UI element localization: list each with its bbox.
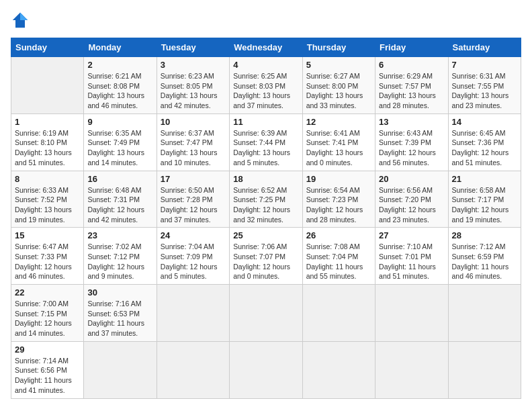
- calendar-cell: 24Sunrise: 7:04 AMSunset: 7:09 PMDayligh…: [157, 228, 229, 285]
- calendar-cell: 12Sunrise: 6:41 AMSunset: 7:41 PMDayligh…: [302, 113, 375, 171]
- header-day-saturday: Saturday: [448, 38, 521, 57]
- calendar-cell: 27Sunrise: 7:10 AMSunset: 7:01 PMDayligh…: [375, 228, 448, 285]
- day-number: 16: [87, 174, 152, 184]
- cell-info: Sunrise: 7:08 AMSunset: 7:04 PMDaylight:…: [306, 242, 363, 280]
- calendar-cell: 2Sunrise: 6:21 AMSunset: 8:08 PMDaylight…: [84, 57, 157, 114]
- svg-marker-1: [20, 13, 28, 20]
- day-number: 19: [306, 174, 371, 184]
- cell-info: Sunrise: 6:33 AMSunset: 7:52 PMDaylight:…: [15, 186, 72, 224]
- day-number: 27: [379, 230, 444, 240]
- cell-info: Sunrise: 6:41 AMSunset: 7:41 PMDaylight:…: [306, 129, 363, 167]
- cell-info: Sunrise: 6:37 AMSunset: 7:47 PMDaylight:…: [161, 129, 218, 167]
- day-number: 2: [87, 60, 152, 70]
- cell-info: Sunrise: 6:23 AMSunset: 8:05 PMDaylight:…: [161, 72, 218, 109]
- day-number: 4: [233, 60, 298, 70]
- calendar-week-row: 15Sunrise: 6:47 AMSunset: 7:33 PMDayligh…: [11, 228, 521, 285]
- calendar-cell: 13Sunrise: 6:43 AMSunset: 7:39 PMDayligh…: [375, 113, 448, 171]
- day-number: 26: [306, 230, 371, 240]
- calendar-cell: 28Sunrise: 7:12 AMSunset: 6:59 PMDayligh…: [448, 228, 521, 285]
- cell-info: Sunrise: 7:10 AMSunset: 7:01 PMDaylight:…: [379, 242, 436, 280]
- cell-info: Sunrise: 6:47 AMSunset: 7:33 PMDaylight:…: [15, 242, 72, 280]
- cell-info: Sunrise: 6:29 AMSunset: 7:57 PMDaylight:…: [379, 72, 436, 109]
- calendar-cell: 25Sunrise: 7:06 AMSunset: 7:07 PMDayligh…: [230, 228, 302, 285]
- calendar-cell: 21Sunrise: 6:58 AMSunset: 7:17 PMDayligh…: [448, 171, 521, 228]
- calendar-cell: 3Sunrise: 6:23 AMSunset: 8:05 PMDaylight…: [157, 57, 229, 114]
- calendar-cell: 1Sunrise: 6:19 AMSunset: 8:10 PMDaylight…: [11, 113, 84, 171]
- calendar-week-row: 2Sunrise: 6:21 AMSunset: 8:08 PMDaylight…: [11, 57, 521, 114]
- cell-info: Sunrise: 7:00 AMSunset: 7:15 PMDaylight:…: [15, 300, 72, 337]
- calendar-table: SundayMondayTuesdayWednesdayThursdayFrid…: [11, 38, 521, 399]
- cell-info: Sunrise: 6:35 AMSunset: 7:49 PMDaylight:…: [87, 129, 144, 167]
- day-number: 29: [15, 345, 80, 355]
- calendar-week-row: 1Sunrise: 6:19 AMSunset: 8:10 PMDaylight…: [11, 113, 521, 171]
- day-number: 10: [161, 117, 226, 127]
- day-number: 7: [452, 60, 517, 70]
- day-number: 28: [452, 230, 517, 240]
- calendar-cell: [448, 285, 521, 342]
- cell-info: Sunrise: 6:31 AMSunset: 7:55 PMDaylight:…: [452, 72, 509, 109]
- cell-info: Sunrise: 6:43 AMSunset: 7:39 PMDaylight:…: [379, 129, 436, 167]
- day-number: 5: [306, 60, 371, 70]
- logo: [11, 11, 32, 30]
- calendar-cell: 8Sunrise: 6:33 AMSunset: 7:52 PMDaylight…: [11, 171, 84, 228]
- day-number: 20: [379, 174, 444, 184]
- calendar-cell: 15Sunrise: 6:47 AMSunset: 7:33 PMDayligh…: [11, 228, 84, 285]
- calendar-cell: 6Sunrise: 6:29 AMSunset: 7:57 PMDaylight…: [375, 57, 448, 114]
- cell-info: Sunrise: 6:21 AMSunset: 8:08 PMDaylight:…: [87, 72, 144, 109]
- cell-info: Sunrise: 6:50 AMSunset: 7:28 PMDaylight:…: [161, 186, 218, 224]
- calendar-week-row: 29Sunrise: 7:14 AMSunset: 6:56 PMDayligh…: [11, 341, 521, 398]
- day-number: 24: [161, 230, 226, 240]
- calendar-cell: 14Sunrise: 6:45 AMSunset: 7:36 PMDayligh…: [448, 113, 521, 171]
- calendar-week-row: 8Sunrise: 6:33 AMSunset: 7:52 PMDaylight…: [11, 171, 521, 228]
- calendar-header-row: SundayMondayTuesdayWednesdayThursdayFrid…: [11, 38, 521, 57]
- day-number: 6: [379, 60, 444, 70]
- cell-info: Sunrise: 6:39 AMSunset: 7:44 PMDaylight:…: [233, 129, 290, 167]
- cell-info: Sunrise: 6:56 AMSunset: 7:20 PMDaylight:…: [379, 186, 436, 224]
- calendar-cell: [84, 341, 157, 398]
- calendar-cell: [157, 285, 229, 342]
- header-day-wednesday: Wednesday: [230, 38, 302, 57]
- day-number: 8: [15, 174, 80, 184]
- day-number: 11: [233, 117, 298, 127]
- day-number: 14: [452, 117, 517, 127]
- day-number: 25: [233, 230, 298, 240]
- day-number: 9: [87, 117, 152, 127]
- calendar-cell: [448, 341, 521, 398]
- calendar-cell: 10Sunrise: 6:37 AMSunset: 7:47 PMDayligh…: [157, 113, 229, 171]
- cell-info: Sunrise: 7:14 AMSunset: 6:56 PMDaylight:…: [15, 357, 72, 394]
- calendar-week-row: 22Sunrise: 7:00 AMSunset: 7:15 PMDayligh…: [11, 285, 521, 342]
- day-number: 23: [87, 230, 152, 240]
- cell-info: Sunrise: 7:12 AMSunset: 6:59 PMDaylight:…: [452, 242, 509, 280]
- calendar-cell: [375, 341, 448, 398]
- cell-info: Sunrise: 6:58 AMSunset: 7:17 PMDaylight:…: [452, 186, 509, 224]
- calendar-cell: [302, 285, 375, 342]
- calendar-cell: 18Sunrise: 6:52 AMSunset: 7:25 PMDayligh…: [230, 171, 302, 228]
- header-day-tuesday: Tuesday: [157, 38, 229, 57]
- day-number: 1: [15, 117, 80, 127]
- cell-info: Sunrise: 6:19 AMSunset: 8:10 PMDaylight:…: [15, 129, 72, 167]
- cell-info: Sunrise: 6:45 AMSunset: 7:36 PMDaylight:…: [452, 129, 509, 167]
- cell-info: Sunrise: 6:54 AMSunset: 7:23 PMDaylight:…: [306, 186, 363, 224]
- calendar-cell: 16Sunrise: 6:48 AMSunset: 7:31 PMDayligh…: [84, 171, 157, 228]
- calendar-cell: [375, 285, 448, 342]
- calendar-cell: 22Sunrise: 7:00 AMSunset: 7:15 PMDayligh…: [11, 285, 84, 342]
- day-number: 17: [161, 174, 226, 184]
- cell-info: Sunrise: 7:06 AMSunset: 7:07 PMDaylight:…: [233, 242, 290, 280]
- cell-info: Sunrise: 7:02 AMSunset: 7:12 PMDaylight:…: [87, 242, 144, 280]
- calendar-cell: [230, 341, 302, 398]
- calendar-cell: 5Sunrise: 6:27 AMSunset: 8:00 PMDaylight…: [302, 57, 375, 114]
- calendar-cell: [302, 341, 375, 398]
- cell-info: Sunrise: 6:48 AMSunset: 7:31 PMDaylight:…: [87, 186, 144, 224]
- header-day-monday: Monday: [84, 38, 157, 57]
- calendar-cell: [157, 341, 229, 398]
- header-day-sunday: Sunday: [11, 38, 84, 57]
- logo-icon: [11, 11, 30, 30]
- cell-info: Sunrise: 6:25 AMSunset: 8:03 PMDaylight:…: [233, 72, 290, 109]
- header-day-friday: Friday: [375, 38, 448, 57]
- calendar-cell: [11, 57, 84, 114]
- calendar-cell: 17Sunrise: 6:50 AMSunset: 7:28 PMDayligh…: [157, 171, 229, 228]
- calendar-cell: 4Sunrise: 6:25 AMSunset: 8:03 PMDaylight…: [230, 57, 302, 114]
- day-number: 30: [87, 287, 152, 298]
- day-number: 21: [452, 174, 517, 184]
- calendar-cell: 23Sunrise: 7:02 AMSunset: 7:12 PMDayligh…: [84, 228, 157, 285]
